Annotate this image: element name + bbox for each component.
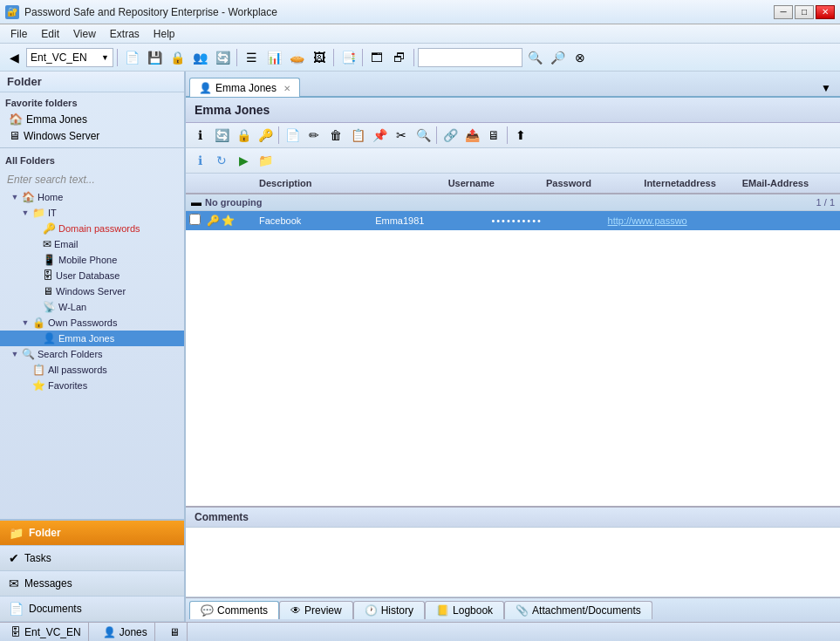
col-header-email[interactable]: EMail-Address — [739, 178, 837, 188]
nav-messages[interactable]: ✉ Messages — [0, 571, 184, 597]
fav-windows-server[interactable]: 🖥 Windows Server — [5, 127, 179, 144]
ct-edit[interactable]: ✏ — [304, 125, 324, 146]
toolbar-new[interactable]: 📄 — [121, 47, 142, 68]
toolbar-image[interactable]: 🖼 — [309, 47, 330, 68]
nav-tasks-icon: ✔ — [9, 551, 19, 565]
minimize-button[interactable]: ─ — [774, 5, 793, 19]
toolbar-save[interactable]: 💾 — [144, 47, 165, 68]
ct-delete[interactable]: 🗑 — [325, 125, 346, 146]
ct-copy[interactable]: 📋 — [347, 125, 368, 146]
toolbar-separator-3 — [333, 49, 334, 66]
tab-close-button[interactable]: ✕ — [283, 84, 290, 93]
ct-cut[interactable]: ✂ — [391, 125, 412, 146]
bottom-tab-logbook-icon: 📒 — [436, 604, 449, 617]
tree-userdb[interactable]: 🗄 User Database — [0, 268, 184, 283]
profile-dropdown[interactable]: Ent_VC_EN ▼ — [26, 48, 113, 67]
filter-button[interactable]: 🔎 — [547, 47, 568, 68]
toolbar-window2[interactable]: 🗗 — [389, 47, 410, 68]
nav-folder-label: Folder — [29, 527, 61, 539]
row-checkbox[interactable] — [189, 214, 201, 225]
comments-label: Comments — [186, 508, 840, 528]
menu-view[interactable]: View — [66, 26, 103, 42]
tree-all-passwords[interactable]: 📋 All passwords — [0, 362, 184, 378]
tree-mobile[interactable]: 📱 Mobile Phone — [0, 252, 184, 268]
close-button[interactable]: ✕ — [816, 5, 835, 19]
toolbar-lock[interactable]: 🔒 — [167, 47, 188, 68]
status-connection: 🖥 — [162, 623, 188, 641]
tree-it[interactable]: ▼ 📁 IT — [0, 205, 184, 221]
search-text[interactable]: Enter search text... — [0, 170, 184, 189]
favorites-group: Favorite folders 🏠 Emma Jones 🖥 Windows … — [0, 92, 184, 146]
tree-domain-passwords[interactable]: 🔑 Domain passwords — [0, 221, 184, 236]
tree-favorites[interactable]: ⭐ Favorites — [0, 378, 184, 393]
col-header-internet[interactable]: Internetaddress — [640, 178, 738, 188]
toolbar-separator-1 — [117, 49, 118, 66]
menu-file[interactable]: File — [3, 26, 34, 42]
tree-wlan[interactable]: 📡 W-Lan — [0, 299, 184, 315]
ct-monitor[interactable]: 🖥 — [483, 125, 504, 146]
bottom-tab-logbook[interactable]: 📒 Logbook — [425, 601, 504, 619]
status-profile-label: Ent_VC_EN — [24, 626, 81, 638]
ct-link[interactable]: 🔗 — [440, 125, 461, 146]
ct-export[interactable]: ⬆ — [510, 125, 531, 146]
col-header-username[interactable]: Username — [445, 178, 543, 188]
ct-new[interactable]: 📄 — [282, 125, 303, 146]
ct-share[interactable]: 📤 — [461, 125, 482, 146]
toolbar-chart[interactable]: 🥧 — [286, 47, 307, 68]
tab-emma-jones[interactable]: 👤 Emma Jones ✕ — [189, 78, 300, 97]
tab-dropdown[interactable]: ▼ — [816, 80, 837, 96]
search-button[interactable]: 🔍 — [524, 47, 545, 68]
fav-emma-jones[interactable]: 🏠 Emma Jones — [5, 111, 179, 127]
ct2-refresh2[interactable]: ↻ — [211, 150, 232, 171]
tree-favs-label: Favorites — [48, 380, 87, 391]
ct-refresh[interactable]: 🔄 — [211, 125, 232, 146]
bottom-tab-attachment[interactable]: 📎 Attachment/Documents — [504, 601, 652, 619]
table-area: ▬ No grouping 1 / 1 🔑 ⭐ Facebook Emma — [186, 194, 840, 506]
maximize-button[interactable]: □ — [795, 5, 814, 19]
toolbar-separator-4 — [362, 49, 363, 66]
toolbar-separator-5 — [413, 49, 414, 66]
tree-domain-icon: 🔑 — [43, 222, 56, 235]
bottom-tab-preview[interactable]: 👁 Preview — [279, 601, 353, 619]
status-user-icon: 👤 — [103, 626, 116, 638]
ct-info[interactable]: ℹ — [189, 125, 210, 146]
toolbar-report[interactable]: 📊 — [263, 47, 284, 68]
bottom-tab-history[interactable]: 🕐 History — [353, 601, 425, 619]
tree-windows-server-it[interactable]: 🖥 Windows Server — [0, 283, 184, 299]
menu-edit[interactable]: Edit — [34, 26, 66, 42]
toolbar-list[interactable]: ☰ — [241, 47, 262, 68]
ct2-arrow[interactable]: ▶ — [233, 150, 254, 171]
tree-own-passwords[interactable]: ▼ 🔒 Own Passwords — [0, 315, 184, 331]
ct2-folder[interactable]: 📁 — [255, 150, 276, 171]
toolbar-back[interactable]: ◀ — [3, 47, 24, 68]
nav-documents[interactable]: 📄 Documents — [0, 597, 184, 622]
col-header-password[interactable]: Password — [543, 178, 640, 188]
tree-email[interactable]: ✉ Email — [0, 236, 184, 252]
tree-home[interactable]: ▼ 🏠 Home — [0, 189, 184, 205]
toolbar-refresh[interactable]: 🔄 — [212, 47, 233, 68]
toolbar-doc[interactable]: 📑 — [338, 47, 359, 68]
ct-lock[interactable]: 🔒 — [233, 125, 254, 146]
ct-paste[interactable]: 📌 — [369, 125, 390, 146]
menu-help[interactable]: Help — [147, 26, 182, 42]
row-internet-address[interactable]: http://www.passwo — [604, 215, 720, 226]
toolbar-users[interactable]: 👥 — [189, 47, 210, 68]
tree-emma-jones[interactable]: 👤 Emma Jones — [0, 331, 184, 346]
clear-search[interactable]: ⊗ — [570, 47, 591, 68]
ct2-info[interactable]: ℹ — [189, 150, 210, 171]
content-toolbar-1: ℹ 🔄 🔒 🔑 📄 ✏ 🗑 📋 📌 ✂ 🔍 🔗 📤 🖥 ⬆ — [186, 123, 840, 148]
tree-search-folders[interactable]: ▼ 🔍 Search Folders — [0, 346, 184, 362]
nav-tasks[interactable]: ✔ Tasks — [0, 546, 184, 571]
table-row[interactable]: 🔑 ⭐ Facebook Emma1981 •••••••••• http://… — [186, 211, 840, 230]
col-header-description[interactable]: Description — [256, 178, 445, 188]
menu-extras[interactable]: Extras — [103, 26, 147, 42]
status-connection-icon: 🖥 — [169, 626, 180, 638]
group-collapse-icon[interactable]: ▬ — [191, 196, 201, 208]
ct-find[interactable]: 🔍 — [413, 125, 434, 146]
toolbar-window1[interactable]: 🗔 — [366, 47, 387, 68]
ct-key[interactable]: 🔑 — [255, 125, 276, 146]
search-input[interactable] — [418, 48, 522, 67]
nav-folder[interactable]: 📁 Folder — [0, 521, 184, 546]
row-check[interactable] — [189, 214, 207, 228]
bottom-tab-comments[interactable]: 💬 Comments — [189, 601, 279, 619]
